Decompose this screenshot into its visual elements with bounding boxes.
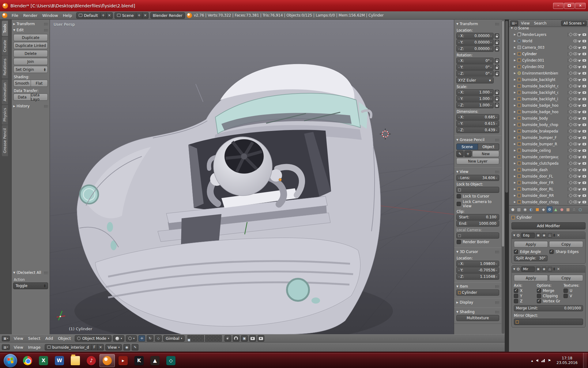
properties-tab[interactable]: ■ xyxy=(534,206,540,213)
visibility-eye-icon[interactable] xyxy=(573,149,577,152)
axis-y-checkbox[interactable] xyxy=(514,294,518,298)
selectable-arrow-icon[interactable] xyxy=(578,65,582,68)
lens-field[interactable]: ◂Lens:34.606▸ xyxy=(456,175,499,181)
move-modifier-arrows[interactable] xyxy=(553,233,555,237)
editor-type-button[interactable]: ▤▾ xyxy=(510,21,518,26)
split-angle-field[interactable]: Split Angle:30° xyxy=(514,255,548,261)
layout-dropdown[interactable]: Default xyxy=(76,12,100,19)
axis-z-checkbox[interactable] xyxy=(514,299,518,303)
outliner-row[interactable]: ▶ burnside_body xyxy=(510,115,587,121)
visibility-eye-icon[interactable] xyxy=(573,91,577,94)
renderable-camera-icon[interactable] xyxy=(582,66,586,68)
clock[interactable]: 17:18 23.05.2016 xyxy=(556,356,578,365)
renderable-camera-icon[interactable] xyxy=(582,117,586,120)
data-layout-button[interactable]: Data Layo xyxy=(31,94,48,101)
clip-start-field[interactable]: Start:0.100 xyxy=(456,214,499,220)
taskbar-app[interactable]: K xyxy=(131,354,147,367)
manipulator-scale-button[interactable]: ◇ xyxy=(155,335,162,342)
outliner-row[interactable]: ▶ burnside_brakepedal xyxy=(510,128,587,134)
visibility-eye-icon[interactable] xyxy=(573,162,577,165)
visibility-eye-icon[interactable] xyxy=(573,188,577,190)
layer-cell[interactable] xyxy=(191,335,194,338)
transform-header[interactable]: ▼Transform xyxy=(456,21,499,27)
outliner-search-menu[interactable]: Search xyxy=(532,21,548,25)
visibility-eye-icon[interactable] xyxy=(573,123,577,126)
modifier-name-field[interactable]: Mir xyxy=(521,266,535,272)
renderable-camera-icon[interactable] xyxy=(582,91,586,94)
renderable-camera-icon[interactable] xyxy=(582,98,586,100)
selectable-arrow-icon[interactable] xyxy=(578,174,582,178)
render-opengl-button[interactable] xyxy=(249,335,256,342)
visibility-eye-icon[interactable] xyxy=(573,130,577,132)
outliner-row[interactable]: ▶ burnside_door_FL xyxy=(510,173,587,179)
outliner-row[interactable]: ▶ EnvironmentAmbientLi xyxy=(510,70,587,76)
display-toggle-icon[interactable]: ◉ xyxy=(542,233,546,238)
lock-camera-checkbox[interactable] xyxy=(457,202,461,206)
close-button[interactable]: × xyxy=(575,3,586,9)
menu-item[interactable]: Add xyxy=(43,336,55,341)
unlink-image-button[interactable]: × xyxy=(98,344,104,351)
taskbar-app[interactable]: ♪ xyxy=(84,354,99,367)
outliner-row[interactable]: ▶ RenderLayers xyxy=(510,31,587,38)
sharp-edges-checkbox[interactable] xyxy=(549,250,554,254)
taskbar-app[interactable] xyxy=(100,354,115,367)
layer-cell[interactable] xyxy=(219,335,222,338)
menu-item[interactable]: Render xyxy=(21,13,40,18)
outliner-row[interactable]: ▶ burnside_backlight_ch xyxy=(510,83,587,89)
visibility-eye-icon[interactable] xyxy=(573,85,577,87)
renderable-camera-icon[interactable] xyxy=(582,201,586,203)
selectable-arrow-icon[interactable] xyxy=(578,142,582,146)
layer-cell[interactable] xyxy=(194,335,197,338)
properties-tab[interactable]: ◐ xyxy=(528,206,534,213)
renderable-camera-icon[interactable] xyxy=(582,33,586,36)
renderable-camera-icon[interactable] xyxy=(582,59,586,62)
move-modifier-arrows[interactable] xyxy=(553,267,555,271)
shade-smooth-button[interactable]: Smooth xyxy=(13,80,31,87)
selectable-arrow-icon[interactable] xyxy=(578,39,582,43)
selectable-arrow-icon[interactable] xyxy=(578,200,582,204)
location-field[interactable]: ◂Z:0.00000▸ xyxy=(456,46,494,52)
display-header[interactable]: ▶Display xyxy=(456,299,499,305)
layer-cell[interactable] xyxy=(194,339,197,342)
menu-item[interactable]: Select xyxy=(26,336,43,341)
view-header[interactable]: ▼View xyxy=(456,169,499,175)
layer-cell[interactable] xyxy=(201,339,204,342)
renderable-camera-icon[interactable] xyxy=(582,72,586,75)
clip-end-field[interactable]: End:1000.000 xyxy=(456,220,499,227)
shading-header[interactable]: ▼Shading xyxy=(456,309,499,315)
lock-icon[interactable] xyxy=(495,40,499,45)
apply-button[interactable]: Apply xyxy=(514,241,548,247)
lock-to-cursor-checkbox[interactable] xyxy=(457,194,461,198)
taskbar-app[interactable]: ▲ xyxy=(147,354,163,367)
visibility-eye-icon[interactable] xyxy=(573,65,577,68)
selectable-arrow-icon[interactable] xyxy=(578,52,582,56)
title-bar[interactable]: Blender* [C:\Users\B\Desktop\Blenderfile… xyxy=(0,0,588,11)
scale-field[interactable]: ◂Z:1.000▸ xyxy=(456,102,494,108)
menu-item[interactable]: View xyxy=(11,336,26,341)
mirror-modifier-header[interactable]: ▼⚙ Mir ▣ ◉ △ × xyxy=(512,266,585,273)
toolshelf-tab[interactable]: Animation xyxy=(2,79,8,104)
renderable-camera-icon[interactable] xyxy=(582,175,586,178)
minimize-button[interactable]: – xyxy=(553,3,564,9)
properties-tab[interactable]: ▲ xyxy=(553,206,559,213)
renderable-camera-icon[interactable] xyxy=(582,169,586,171)
visibility-eye-icon[interactable] xyxy=(573,117,577,120)
edit-button[interactable]: Delete xyxy=(13,50,48,57)
layer-cell[interactable] xyxy=(201,335,204,338)
outliner-row[interactable]: ▶ burnside_centergauge xyxy=(510,154,587,160)
renderable-camera-icon[interactable] xyxy=(582,53,586,55)
properties-tab[interactable]: ● xyxy=(510,206,516,213)
display-mode-dropdown[interactable]: View▾ xyxy=(105,344,122,351)
menu-item[interactable]: Image xyxy=(26,345,43,350)
properties-tab[interactable]: ▤ xyxy=(516,206,522,213)
toolshelf-tab[interactable]: Relations xyxy=(2,56,8,79)
rotation-field[interactable]: ◂X:0°▸ xyxy=(456,58,494,64)
selectable-arrow-icon[interactable] xyxy=(578,71,582,75)
selectable-arrow-icon[interactable] xyxy=(578,78,582,81)
visibility-eye-icon[interactable] xyxy=(573,181,577,184)
scale-field[interactable]: ◂X:1.000▸ xyxy=(456,89,494,95)
selectable-arrow-icon[interactable] xyxy=(578,59,582,62)
renderable-camera-icon[interactable] xyxy=(582,143,586,145)
taskbar-app[interactable]: W xyxy=(52,354,67,367)
merge-checkbox[interactable] xyxy=(537,289,541,293)
